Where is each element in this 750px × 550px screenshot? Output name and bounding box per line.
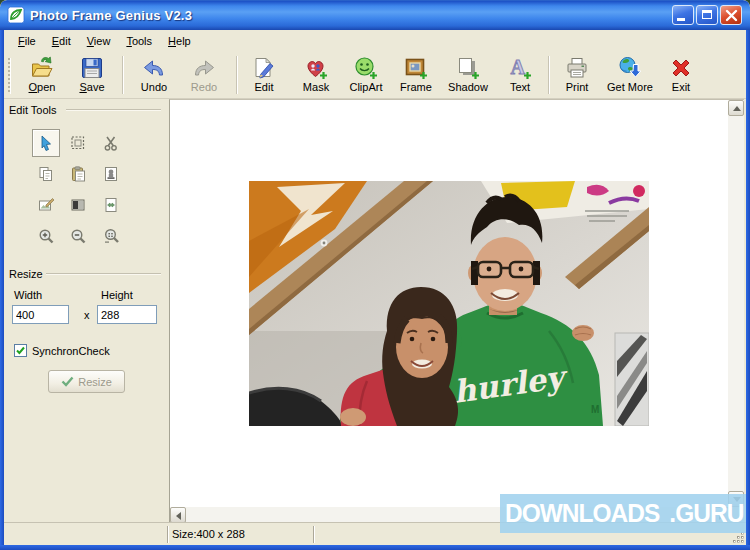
man-hand <box>340 408 366 426</box>
scroll-left-button[interactable] <box>170 507 186 523</box>
titlebar[interactable]: Photo Frame Genius V2.3 <box>0 0 750 30</box>
undo-arrow-icon <box>141 55 167 81</box>
exit-label: Exit <box>672 81 690 94</box>
cut-tool-button[interactable] <box>97 129 125 157</box>
paste-tool-button[interactable] <box>64 160 92 188</box>
close-icon <box>724 8 739 23</box>
clipart-label: ClipArt <box>349 81 382 94</box>
resize-button[interactable]: Resize <box>48 370 125 393</box>
window-border <box>746 30 750 545</box>
menu-tools[interactable]: Tools <box>118 32 160 50</box>
edit-tools-panel: Edit Tools <box>4 99 169 522</box>
menu-help[interactable]: Help <box>160 32 199 50</box>
vertical-scrollbar[interactable] <box>728 100 744 507</box>
exit-button[interactable]: Exit <box>662 53 700 97</box>
height-label: Height <box>101 289 133 301</box>
app-window: Photo Frame Genius V2.3 File Edit View T… <box>0 0 750 550</box>
window-border <box>0 545 750 550</box>
woman-hand <box>572 325 594 341</box>
save-floppy-icon <box>79 55 105 81</box>
scissors-icon <box>102 134 120 152</box>
downloads-guru-watermark: DOWNLOADS .GURU <box>500 494 746 533</box>
pointer-arrow-icon <box>37 134 55 152</box>
select-tool-button[interactable] <box>64 129 92 157</box>
shadow-page-icon <box>455 55 481 81</box>
save-button[interactable]: Save <box>70 53 114 97</box>
open-button[interactable]: Open <box>20 53 64 97</box>
menu-file[interactable]: File <box>10 32 44 50</box>
contrast-tool-button[interactable] <box>64 191 92 219</box>
printer-icon <box>564 55 590 81</box>
copy-pages-icon <box>37 165 55 183</box>
statusbar-divider <box>313 526 314 543</box>
redo-label: Redo <box>191 81 217 94</box>
synchron-checkbox[interactable] <box>14 344 27 357</box>
multiply-sign: x <box>84 309 90 321</box>
toolbar-separator <box>122 56 124 94</box>
zoom-out-tool-button[interactable] <box>64 222 92 250</box>
print-button[interactable]: Print <box>556 53 598 97</box>
text-button[interactable]: A Text <box>500 53 540 97</box>
pointer-tool-button[interactable] <box>32 129 60 157</box>
minimize-button[interactable] <box>672 5 694 25</box>
height-input[interactable] <box>97 305 157 324</box>
text-label: Text <box>510 81 530 94</box>
zoom-actual-icon <box>102 227 120 245</box>
copy-tool-button[interactable] <box>32 160 60 188</box>
edit-image-tool-button[interactable] <box>32 191 60 219</box>
transform-tool-button[interactable] <box>97 191 125 219</box>
clipart-button[interactable]: ClipArt <box>342 53 390 97</box>
zoom-in-tool-button[interactable] <box>32 222 60 250</box>
stamp-page-icon <box>102 165 120 183</box>
edit-button[interactable]: Edit <box>244 53 284 97</box>
toolbar-grip[interactable] <box>8 58 11 94</box>
edit-label: Edit <box>255 81 274 94</box>
statusbar-divider <box>167 526 168 543</box>
svg-text:M: M <box>591 404 599 415</box>
canvas-viewport[interactable]: hurley <box>170 100 729 507</box>
close-button[interactable] <box>720 5 742 25</box>
maximize-button[interactable] <box>696 5 718 25</box>
clipboard-paste-icon <box>69 165 87 183</box>
picture-frame-icon <box>403 55 429 81</box>
width-label: Width <box>14 289 42 301</box>
zoom-out-icon <box>69 227 87 245</box>
get-more-globe-icon <box>617 55 643 81</box>
up-arrow-icon <box>733 106 741 111</box>
exit-x-icon <box>668 55 694 81</box>
photo-image[interactable]: hurley <box>249 181 649 426</box>
app-logo-icon <box>7 6 25 24</box>
get-more-button[interactable]: Get More <box>602 53 658 97</box>
toolbar-separator <box>548 56 550 94</box>
redo-arrow-icon <box>191 55 217 81</box>
image-pencil-icon <box>37 196 55 214</box>
maximize-icon <box>702 10 712 19</box>
toolbar-separator <box>236 56 238 94</box>
open-folder-icon <box>29 55 55 81</box>
menu-view[interactable]: View <box>79 32 119 50</box>
svg-text:A: A <box>511 56 526 78</box>
mask-heart-icon <box>303 55 329 81</box>
scroll-up-button[interactable] <box>728 100 744 116</box>
print-label: Print <box>566 81 589 94</box>
divider <box>46 273 161 275</box>
undo-button[interactable]: Undo <box>130 53 178 97</box>
resize-button-label: Resize <box>78 376 112 388</box>
mask-button[interactable]: Mask <box>294 53 338 97</box>
zoom-in-icon <box>37 227 55 245</box>
edit-page-icon <box>251 55 277 81</box>
window-title: Photo Frame Genius V2.3 <box>30 8 192 23</box>
undo-label: Undo <box>141 81 167 94</box>
canvas-area: hurley <box>169 99 744 522</box>
shadow-button[interactable]: Shadow <box>442 53 494 97</box>
stamp-tool-button[interactable] <box>97 160 125 188</box>
contrast-image-icon <box>69 196 87 214</box>
save-label: Save <box>79 81 104 94</box>
frame-label: Frame <box>400 81 432 94</box>
window-border <box>0 30 4 545</box>
menu-edit[interactable]: Edit <box>44 32 79 50</box>
divider <box>66 109 161 111</box>
width-input[interactable] <box>12 305 69 324</box>
frame-button[interactable]: Frame <box>394 53 438 97</box>
zoom-actual-tool-button[interactable] <box>97 222 125 250</box>
